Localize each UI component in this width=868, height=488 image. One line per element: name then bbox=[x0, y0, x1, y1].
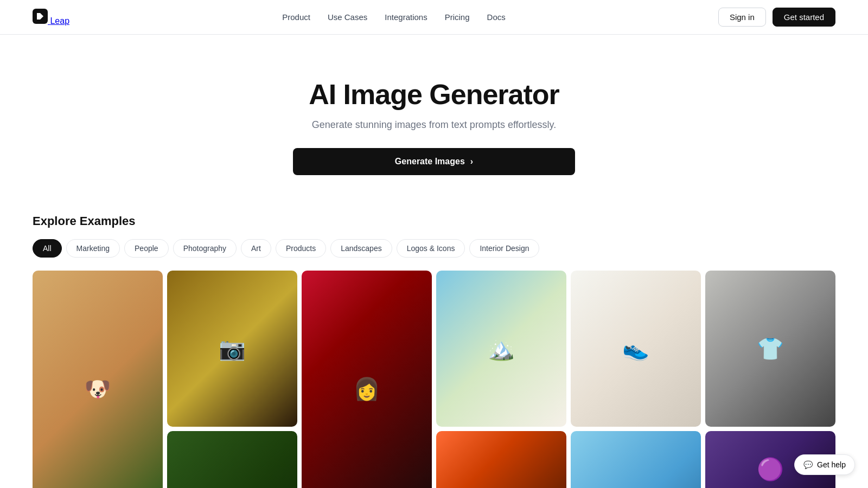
filter-all[interactable]: All bbox=[33, 239, 62, 258]
logo-icon bbox=[33, 9, 48, 24]
gallery-image-workspace: 📷 bbox=[167, 271, 297, 427]
hero-section: AI Image Generator Generate stunning ima… bbox=[0, 35, 868, 197]
generate-label: Generate Images bbox=[395, 157, 465, 166]
signin-button[interactable]: Sign in bbox=[718, 8, 766, 27]
gallery-grid: 🐶 📷 👩 🏔️ 👟 👕 🟢 🎤 bbox=[33, 271, 835, 488]
gallery-item-fabric[interactable]: 🟢 bbox=[167, 431, 297, 488]
nav-integrations[interactable]: Integrations bbox=[385, 12, 427, 22]
getstarted-button[interactable]: Get started bbox=[773, 8, 835, 27]
gallery-image-river: 🌊 bbox=[571, 431, 701, 488]
gallery-item-workspace[interactable]: 📷 bbox=[167, 271, 297, 427]
generate-arrow: › bbox=[470, 157, 473, 166]
explore-section: Explore Examples All Marketing People Ph… bbox=[0, 197, 868, 488]
logo-text: Leap bbox=[50, 16, 69, 25]
gallery-image-woman-red: 👩 bbox=[302, 271, 432, 488]
gallery-image-puppy: 🐶 bbox=[33, 271, 163, 488]
gallery-image-sneaker: 👟 bbox=[571, 271, 701, 427]
gallery-item-tshirt[interactable]: 👕 bbox=[705, 271, 835, 427]
filter-interior-design[interactable]: Interior Design bbox=[469, 239, 539, 258]
nav-pricing[interactable]: Pricing bbox=[445, 12, 470, 22]
gallery-image-fabric: 🟢 bbox=[167, 431, 297, 488]
generate-images-button[interactable]: Generate Images › bbox=[293, 148, 575, 175]
gallery-image-concert: 🎤 bbox=[436, 431, 566, 488]
filter-photography[interactable]: Photography bbox=[173, 239, 237, 258]
nav-links: Product Use Cases Integrations Pricing D… bbox=[282, 12, 506, 22]
filter-tabs: All Marketing People Photography Art Pro… bbox=[33, 239, 835, 258]
gallery-item-woman-red[interactable]: 👩 bbox=[302, 271, 432, 488]
filter-art[interactable]: Art bbox=[241, 239, 271, 258]
gallery-image-tshirt: 👕 bbox=[705, 271, 835, 427]
filter-people[interactable]: People bbox=[124, 239, 169, 258]
nav-use-cases[interactable]: Use Cases bbox=[328, 12, 367, 22]
gallery-item-puppy[interactable]: 🐶 bbox=[33, 271, 163, 488]
gallery-item-river[interactable]: 🌊 bbox=[571, 431, 701, 488]
logo[interactable]: Leap bbox=[33, 9, 69, 26]
chat-help-button[interactable]: 💬 Get help bbox=[794, 454, 855, 475]
gallery-image-mountain: 🏔️ bbox=[436, 271, 566, 427]
hero-title: AI Image Generator bbox=[33, 78, 835, 111]
gallery-item-sneaker[interactable]: 👟 bbox=[571, 271, 701, 427]
nav-docs[interactable]: Docs bbox=[487, 12, 506, 22]
chat-help-label: Get help bbox=[817, 460, 846, 469]
nav-actions: Sign in Get started bbox=[718, 8, 835, 27]
hero-subtitle: Generate stunning images from text promp… bbox=[33, 119, 835, 131]
filter-products[interactable]: Products bbox=[276, 239, 326, 258]
explore-title: Explore Examples bbox=[33, 214, 835, 228]
gallery-item-mountain[interactable]: 🏔️ bbox=[436, 271, 566, 427]
gallery-item-concert[interactable]: 🎤 bbox=[436, 431, 566, 488]
chat-icon: 💬 bbox=[803, 460, 813, 469]
navbar: Leap Product Use Cases Integrations Pric… bbox=[0, 0, 868, 35]
filter-landscapes[interactable]: Landscapes bbox=[330, 239, 392, 258]
filter-marketing[interactable]: Marketing bbox=[66, 239, 120, 258]
filter-logos-icons[interactable]: Logos & Icons bbox=[397, 239, 465, 258]
nav-product[interactable]: Product bbox=[282, 12, 310, 22]
